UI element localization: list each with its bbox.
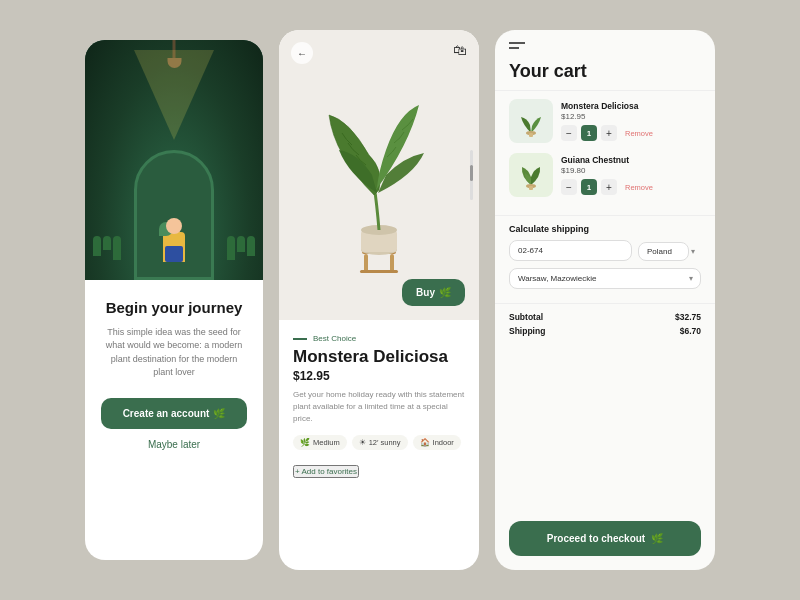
shipping-section: Calculate shipping Poland Germany France… bbox=[495, 216, 715, 304]
scroll-indicator bbox=[470, 150, 473, 200]
subtotal-label: Subtotal bbox=[509, 312, 543, 322]
svg-rect-3 bbox=[360, 270, 398, 273]
cart-item-1-qty: 1 bbox=[581, 125, 597, 141]
svg-rect-1 bbox=[364, 254, 368, 272]
figure-illustration bbox=[163, 218, 185, 262]
badge-row: Best Choice bbox=[293, 334, 465, 343]
product-tags: 🌿 Medium ☀ 12′ sunny 🏠 Indoor bbox=[293, 435, 465, 450]
product-description: Get your home holiday ready with this st… bbox=[293, 389, 465, 425]
cart-item-2-qty: 1 bbox=[581, 179, 597, 195]
cart-item-2-info: Guiana Chestnut $19.80 − 1 + Remove bbox=[561, 155, 701, 195]
product-content: Best Choice Monstera Deliciosa $12.95 Ge… bbox=[279, 320, 479, 570]
hamburger-menu[interactable] bbox=[509, 42, 701, 49]
shipping-cost-row: Shipping $6.70 bbox=[509, 326, 701, 336]
create-account-button[interactable]: Create an account 🌿 bbox=[101, 398, 247, 429]
tag-medium: 🌿 Medium bbox=[293, 435, 347, 450]
hamburger-line-2 bbox=[509, 47, 519, 49]
side-plants-right bbox=[227, 236, 255, 260]
cart-title: Your cart bbox=[509, 61, 701, 82]
card-onboarding: Begin your journey This simple idea was … bbox=[85, 40, 263, 560]
tag-sunny-label: 12′ sunny bbox=[369, 438, 401, 447]
cart-item-1-qty-row: − 1 + Remove bbox=[561, 125, 701, 141]
maybe-later-button[interactable]: Maybe later bbox=[148, 439, 200, 450]
subtotal-row: Subtotal $32.75 bbox=[509, 312, 701, 322]
remove-item-1[interactable]: Remove bbox=[625, 129, 653, 138]
shipping-cost-value: $6.70 bbox=[680, 326, 701, 336]
onboarding-illustration bbox=[85, 40, 263, 280]
card-product: ← 🛍 bbox=[279, 30, 479, 570]
country-select-wrap: Poland Germany France bbox=[638, 240, 701, 261]
checkout-icon: 🌿 bbox=[651, 533, 663, 544]
create-account-label: Create an account bbox=[123, 408, 210, 419]
subtotal-value: $32.75 bbox=[675, 312, 701, 322]
qty-decrease-2[interactable]: − bbox=[561, 179, 577, 195]
zip-input[interactable] bbox=[509, 240, 632, 261]
cart-icon[interactable]: 🛍 bbox=[453, 42, 467, 58]
city-select-wrap: Warsaw, Mazowieckie Krakow Gdansk bbox=[509, 267, 701, 289]
cart-item-2-qty-row: − 1 + Remove bbox=[561, 179, 701, 195]
cart-items: Monstera Deliciosa $12.95 − 1 + Remove bbox=[495, 91, 715, 216]
leaf-tag-icon: 🌿 bbox=[300, 438, 310, 447]
qty-increase-1[interactable]: + bbox=[601, 125, 617, 141]
onboarding-title: Begin your journey bbox=[106, 298, 243, 318]
cart-item-2: Guiana Chestnut $19.80 − 1 + Remove bbox=[509, 153, 701, 197]
cart-item-2-image bbox=[509, 153, 553, 197]
side-plants-left bbox=[93, 236, 121, 260]
cart-summary: Subtotal $32.75 Shipping $6.70 bbox=[495, 304, 715, 521]
leaf-icon: 🌿 bbox=[213, 408, 225, 419]
cart-item-2-price: $19.80 bbox=[561, 166, 701, 175]
buy-icon: 🌿 bbox=[439, 287, 451, 298]
figure-body bbox=[163, 232, 185, 262]
buy-label: Buy bbox=[416, 287, 435, 298]
city-select[interactable]: Warsaw, Mazowieckie Krakow Gdansk bbox=[509, 268, 701, 289]
monstera-thumbnail bbox=[513, 103, 549, 139]
cart-item-1: Monstera Deliciosa $12.95 − 1 + Remove bbox=[509, 99, 701, 143]
cart-header: Your cart bbox=[495, 30, 715, 91]
checkout-button[interactable]: Proceed to checkout 🌿 bbox=[509, 521, 701, 556]
monstera-svg bbox=[314, 75, 444, 275]
shipping-row-2: Warsaw, Mazowieckie Krakow Gdansk bbox=[509, 267, 701, 289]
chestnut-thumbnail bbox=[513, 157, 549, 193]
remove-item-2[interactable]: Remove bbox=[625, 183, 653, 192]
indoor-tag-icon: 🏠 bbox=[420, 438, 430, 447]
checkout-label: Proceed to checkout bbox=[547, 533, 645, 544]
tag-sunny: ☀ 12′ sunny bbox=[352, 435, 408, 450]
tag-indoor: 🏠 Indoor bbox=[413, 435, 461, 450]
product-name: Monstera Deliciosa bbox=[293, 347, 465, 367]
onboarding-content: Begin your journey This simple idea was … bbox=[85, 280, 263, 560]
best-choice-badge: Best Choice bbox=[313, 334, 356, 343]
onboarding-description: This simple idea was the seed for what w… bbox=[101, 326, 247, 380]
hamburger-line-1 bbox=[509, 42, 525, 44]
product-image-area: ← 🛍 bbox=[279, 30, 479, 320]
cart-item-1-image bbox=[509, 99, 553, 143]
shipping-row-1: Poland Germany France bbox=[509, 240, 701, 261]
qty-increase-2[interactable]: + bbox=[601, 179, 617, 195]
back-button[interactable]: ← bbox=[291, 42, 313, 64]
tag-medium-label: Medium bbox=[313, 438, 340, 447]
sun-tag-icon: ☀ bbox=[359, 438, 366, 447]
svg-rect-10 bbox=[529, 186, 533, 190]
qty-decrease-1[interactable]: − bbox=[561, 125, 577, 141]
cart-item-1-price: $12.95 bbox=[561, 112, 701, 121]
badge-line bbox=[293, 338, 307, 340]
svg-rect-8 bbox=[529, 133, 533, 137]
shipping-cost-label: Shipping bbox=[509, 326, 545, 336]
scroll-thumb bbox=[470, 165, 473, 181]
shipping-title: Calculate shipping bbox=[509, 224, 701, 234]
cart-item-1-info: Monstera Deliciosa $12.95 − 1 + Remove bbox=[561, 101, 701, 141]
country-select[interactable]: Poland Germany France bbox=[638, 242, 689, 261]
card-cart: Your cart Monstera Deliciosa $12.95 − 1 … bbox=[495, 30, 715, 570]
figure-head bbox=[166, 218, 182, 234]
spotlight-decoration bbox=[134, 50, 214, 140]
buy-button[interactable]: Buy 🌿 bbox=[402, 279, 465, 306]
cart-item-2-name: Guiana Chestnut bbox=[561, 155, 701, 165]
tag-indoor-label: Indoor bbox=[433, 438, 454, 447]
product-price: $12.95 bbox=[293, 369, 465, 383]
cart-item-1-name: Monstera Deliciosa bbox=[561, 101, 701, 111]
add-favorites-button[interactable]: + Add to favorites bbox=[293, 465, 359, 478]
svg-rect-2 bbox=[390, 254, 394, 272]
